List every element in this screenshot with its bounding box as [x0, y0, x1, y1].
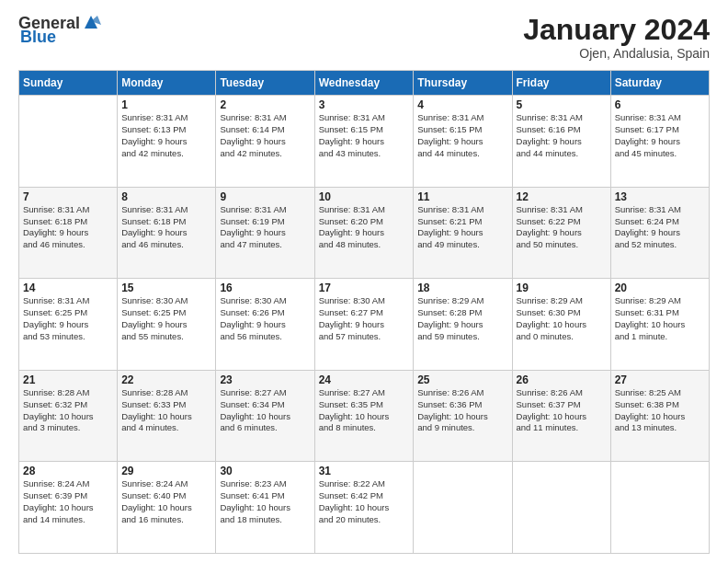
calendar-cell: 8Sunrise: 8:31 AM Sunset: 6:18 PM Daylig…: [118, 187, 216, 279]
calendar-cell: 14Sunrise: 8:31 AM Sunset: 6:25 PM Dayli…: [19, 279, 118, 371]
location: Ojen, Andalusia, Spain: [523, 46, 710, 61]
day-number: 16: [220, 282, 310, 294]
title-section: January 2024 Ojen, Andalusia, Spain: [523, 14, 710, 61]
calendar-cell: [414, 462, 512, 554]
calendar-cell: 5Sunrise: 8:31 AM Sunset: 6:16 PM Daylig…: [512, 96, 610, 188]
day-number: 6: [615, 98, 705, 111]
calendar-cell: 23Sunrise: 8:27 AM Sunset: 6:34 PM Dayli…: [216, 370, 314, 462]
day-number: 11: [417, 190, 507, 203]
day-info: Sunrise: 8:28 AM Sunset: 6:33 PM Dayligh…: [121, 387, 211, 434]
day-number: 24: [319, 373, 410, 386]
day-info: Sunrise: 8:30 AM Sunset: 6:27 PM Dayligh…: [319, 295, 410, 342]
day-info: Sunrise: 8:26 AM Sunset: 6:37 PM Dayligh…: [517, 387, 607, 434]
logo-blue: Blue: [20, 28, 56, 47]
calendar-cell: 22Sunrise: 8:28 AM Sunset: 6:33 PM Dayli…: [118, 370, 216, 462]
calendar-cell: 7Sunrise: 8:31 AM Sunset: 6:18 PM Daylig…: [19, 187, 118, 279]
day-info: Sunrise: 8:27 AM Sunset: 6:35 PM Dayligh…: [319, 387, 410, 434]
calendar-cell: 27Sunrise: 8:25 AM Sunset: 6:38 PM Dayli…: [610, 370, 709, 462]
day-number: 27: [615, 373, 705, 386]
calendar-cell: 25Sunrise: 8:26 AM Sunset: 6:36 PM Dayli…: [414, 370, 512, 462]
calendar-cell: 28Sunrise: 8:24 AM Sunset: 6:39 PM Dayli…: [19, 462, 118, 554]
day-info: Sunrise: 8:29 AM Sunset: 6:30 PM Dayligh…: [517, 295, 607, 342]
day-info: Sunrise: 8:30 AM Sunset: 6:26 PM Dayligh…: [220, 295, 310, 342]
calendar-cell: 12Sunrise: 8:31 AM Sunset: 6:22 PM Dayli…: [512, 187, 610, 279]
day-number: 14: [23, 282, 113, 294]
day-info: Sunrise: 8:31 AM Sunset: 6:21 PM Dayligh…: [417, 204, 507, 251]
calendar-cell: 17Sunrise: 8:30 AM Sunset: 6:27 PM Dayli…: [314, 279, 414, 371]
calendar-table: Sunday Monday Tuesday Wednesday Thursday…: [18, 70, 710, 554]
day-info: Sunrise: 8:28 AM Sunset: 6:32 PM Dayligh…: [23, 387, 113, 434]
calendar-cell: [512, 462, 610, 554]
day-info: Sunrise: 8:27 AM Sunset: 6:34 PM Dayligh…: [220, 387, 310, 434]
day-info: Sunrise: 8:25 AM Sunset: 6:38 PM Dayligh…: [615, 387, 705, 434]
col-sunday: Sunday: [19, 71, 118, 96]
day-info: Sunrise: 8:24 AM Sunset: 6:39 PM Dayligh…: [23, 478, 113, 525]
day-number: 28: [23, 465, 113, 477]
month-title: January 2024: [523, 14, 710, 46]
calendar-cell: 29Sunrise: 8:24 AM Sunset: 6:40 PM Dayli…: [118, 462, 216, 554]
day-info: Sunrise: 8:31 AM Sunset: 6:17 PM Dayligh…: [615, 112, 705, 159]
day-number: 23: [220, 373, 310, 386]
day-info: Sunrise: 8:22 AM Sunset: 6:42 PM Dayligh…: [319, 478, 410, 525]
day-number: 10: [319, 190, 410, 203]
day-info: Sunrise: 8:29 AM Sunset: 6:28 PM Dayligh…: [417, 295, 507, 342]
day-info: Sunrise: 8:31 AM Sunset: 6:22 PM Dayligh…: [517, 204, 607, 251]
day-info: Sunrise: 8:31 AM Sunset: 6:25 PM Dayligh…: [23, 295, 113, 342]
day-info: Sunrise: 8:31 AM Sunset: 6:18 PM Dayligh…: [121, 204, 211, 251]
day-info: Sunrise: 8:31 AM Sunset: 6:20 PM Dayligh…: [319, 204, 410, 251]
page: General Blue January 2024 Ojen, Andalusi…: [0, 0, 728, 563]
day-number: 30: [220, 465, 310, 477]
calendar-cell: 3Sunrise: 8:31 AM Sunset: 6:15 PM Daylig…: [314, 96, 414, 188]
calendar-cell: 19Sunrise: 8:29 AM Sunset: 6:30 PM Dayli…: [512, 279, 610, 371]
calendar-cell: 24Sunrise: 8:27 AM Sunset: 6:35 PM Dayli…: [314, 370, 414, 462]
col-friday: Friday: [512, 71, 610, 96]
day-number: 5: [517, 98, 607, 111]
calendar-cell: 4Sunrise: 8:31 AM Sunset: 6:15 PM Daylig…: [414, 96, 512, 188]
day-info: Sunrise: 8:31 AM Sunset: 6:24 PM Dayligh…: [615, 204, 705, 251]
day-number: 25: [417, 373, 507, 386]
calendar-row: 21Sunrise: 8:28 AM Sunset: 6:32 PM Dayli…: [19, 370, 710, 462]
col-tuesday: Tuesday: [216, 71, 314, 96]
calendar-cell: 16Sunrise: 8:30 AM Sunset: 6:26 PM Dayli…: [216, 279, 314, 371]
day-info: Sunrise: 8:31 AM Sunset: 6:15 PM Dayligh…: [319, 112, 410, 159]
day-number: 18: [417, 282, 507, 294]
day-number: 2: [220, 98, 310, 111]
day-number: 4: [417, 98, 507, 111]
calendar-cell: 2Sunrise: 8:31 AM Sunset: 6:14 PM Daylig…: [216, 96, 314, 188]
calendar-row: 14Sunrise: 8:31 AM Sunset: 6:25 PM Dayli…: [19, 279, 710, 371]
calendar-row: 1Sunrise: 8:31 AM Sunset: 6:13 PM Daylig…: [19, 96, 710, 188]
calendar-cell: 6Sunrise: 8:31 AM Sunset: 6:17 PM Daylig…: [610, 96, 709, 188]
day-number: 7: [23, 190, 113, 203]
calendar-cell: 20Sunrise: 8:29 AM Sunset: 6:31 PM Dayli…: [610, 279, 709, 371]
calendar-cell: 21Sunrise: 8:28 AM Sunset: 6:32 PM Dayli…: [19, 370, 118, 462]
day-info: Sunrise: 8:23 AM Sunset: 6:41 PM Dayligh…: [220, 478, 310, 525]
day-info: Sunrise: 8:31 AM Sunset: 6:14 PM Dayligh…: [220, 112, 310, 159]
day-info: Sunrise: 8:24 AM Sunset: 6:40 PM Dayligh…: [121, 478, 211, 525]
day-number: 29: [121, 465, 211, 477]
day-info: Sunrise: 8:26 AM Sunset: 6:36 PM Dayligh…: [417, 387, 507, 434]
day-number: 17: [319, 282, 410, 294]
col-thursday: Thursday: [414, 71, 512, 96]
day-number: 21: [23, 373, 113, 386]
calendar-cell: 9Sunrise: 8:31 AM Sunset: 6:19 PM Daylig…: [216, 187, 314, 279]
calendar-cell: 18Sunrise: 8:29 AM Sunset: 6:28 PM Dayli…: [414, 279, 512, 371]
day-number: 20: [615, 282, 705, 294]
calendar-cell: 10Sunrise: 8:31 AM Sunset: 6:20 PM Dayli…: [314, 187, 414, 279]
day-number: 1: [121, 98, 211, 111]
day-number: 31: [319, 465, 410, 477]
calendar-cell: 31Sunrise: 8:22 AM Sunset: 6:42 PM Dayli…: [314, 462, 414, 554]
day-info: Sunrise: 8:30 AM Sunset: 6:25 PM Dayligh…: [121, 295, 211, 342]
day-info: Sunrise: 8:31 AM Sunset: 6:15 PM Dayligh…: [417, 112, 507, 159]
day-number: 3: [319, 98, 410, 111]
calendar-cell: 15Sunrise: 8:30 AM Sunset: 6:25 PM Dayli…: [118, 279, 216, 371]
calendar-cell: [19, 96, 118, 188]
day-info: Sunrise: 8:31 AM Sunset: 6:19 PM Dayligh…: [220, 204, 310, 251]
calendar-cell: 30Sunrise: 8:23 AM Sunset: 6:41 PM Dayli…: [216, 462, 314, 554]
day-info: Sunrise: 8:29 AM Sunset: 6:31 PM Dayligh…: [615, 295, 705, 342]
logo-icon: [81, 12, 101, 32]
day-info: Sunrise: 8:31 AM Sunset: 6:16 PM Dayligh…: [517, 112, 607, 159]
calendar-row: 28Sunrise: 8:24 AM Sunset: 6:39 PM Dayli…: [19, 462, 710, 554]
header: General Blue January 2024 Ojen, Andalusi…: [18, 14, 710, 61]
calendar-cell: 1Sunrise: 8:31 AM Sunset: 6:13 PM Daylig…: [118, 96, 216, 188]
logo: General Blue: [18, 14, 101, 47]
